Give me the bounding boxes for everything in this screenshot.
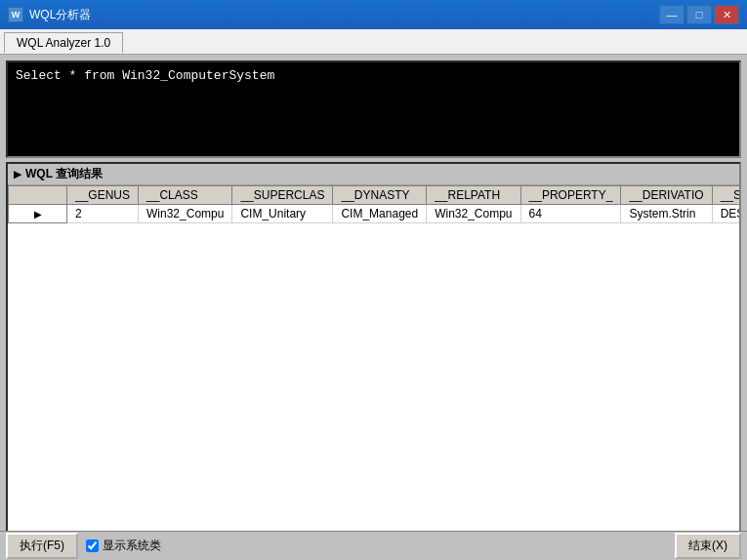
query-input[interactable]: Select * from Win32_ComputerSystem [6,60,741,158]
close-button[interactable]: ✕ [714,5,739,24]
cell-relpath: Win32_Compu [427,205,520,223]
col-indicator [9,186,67,205]
show-system-class-area: 显示系统类 [86,538,161,554]
col-relpath: __RELPATH [427,186,520,205]
cell-property: 64 [520,205,621,223]
results-section: ▶ WQL 查询结果 __GENUS __CLASS __SUPERCLAS _… [6,162,741,554]
cell-server: DESKTOP-B53 [712,205,739,223]
col-dynasty: __DYNASTY [333,186,427,205]
execute-button[interactable]: 执行(F5) [6,533,78,559]
show-system-class-label: 显示系统类 [103,538,161,554]
cell-dynasty: CIM_Managed [333,205,427,223]
results-label: WQL 查询结果 [25,166,103,182]
results-icon: ▶ [14,169,21,180]
cell-class: Win32_Compu [139,205,232,223]
results-table: __GENUS __CLASS __SUPERCLAS __DYNASTY __… [8,185,739,223]
table-row[interactable]: ▶ 2 Win32_Compu CIM_Unitary CIM_Managed … [9,205,740,223]
cell-genus: 2 [67,205,139,223]
close-app-button[interactable]: 结束(X) [675,533,741,559]
menu-bar: WQL Analyzer 1.0 [0,29,747,55]
window-controls: — □ ✕ [659,5,739,24]
app-icon: W [8,7,23,22]
col-server: __SERVER [712,186,739,205]
show-system-class-checkbox[interactable] [86,540,99,552]
table-header-row: __GENUS __CLASS __SUPERCLAS __DYNASTY __… [9,186,740,205]
icon-letter: W [12,10,21,20]
col-derivation: __DERIVATIO [621,186,712,205]
results-header: ▶ WQL 查询结果 [8,164,739,185]
title-bar: W WQL分析器 — □ ✕ [0,0,747,29]
col-superclass: __SUPERCLAS [232,186,333,205]
results-table-container[interactable]: __GENUS __CLASS __SUPERCLAS __DYNASTY __… [8,185,739,537]
cell-derivation: System.Strin [621,205,712,223]
col-genus: __GENUS [67,186,139,205]
bottom-bar: 执行(F5) 显示系统类 结束(X) [0,531,747,560]
minimize-button[interactable]: — [659,5,685,24]
window-content: Select * from Win32_ComputerSystem ▶ WQL… [0,55,747,560]
col-class: __CLASS [139,186,232,205]
row-indicator: ▶ [9,205,67,223]
cell-superclass: CIM_Unitary [232,205,333,223]
maximize-button[interactable]: □ [686,5,712,24]
col-property: __PROPERTY_ [520,186,621,205]
window-title: WQL分析器 [29,7,659,23]
tab-wql-analyzer[interactable]: WQL Analyzer 1.0 [4,32,123,53]
